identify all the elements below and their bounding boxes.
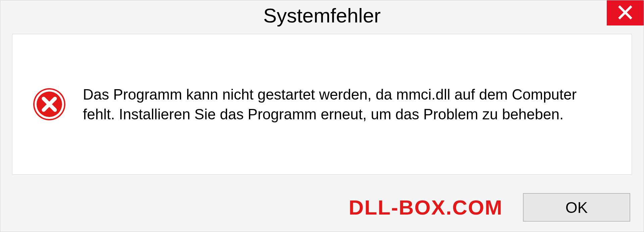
close-icon [617,4,633,22]
error-icon [33,88,66,121]
titlebar: Systemfehler [0,0,644,31]
watermark-text: DLL-BOX.COM [349,195,503,219]
close-button[interactable] [607,0,644,25]
error-dialog: Systemfehler Das Programm kann nicht ges… [0,0,644,232]
dialog-footer: DLL-BOX.COM OK [0,193,644,222]
error-message: Das Programm kann nicht gestartet werden… [83,84,611,124]
content-panel: Das Programm kann nicht gestartet werden… [12,34,632,175]
ok-button[interactable]: OK [523,193,630,222]
dialog-title: Systemfehler [263,4,381,27]
